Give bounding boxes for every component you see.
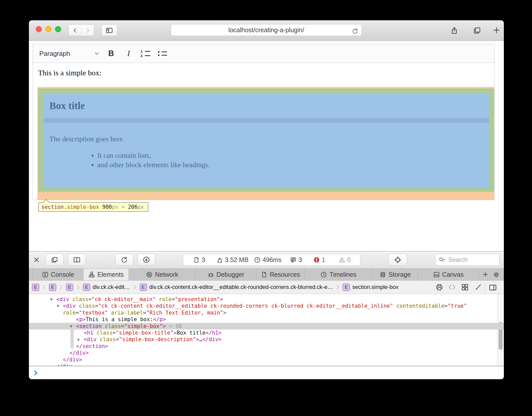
dock-to-window-button[interactable]: [46, 254, 63, 266]
tooltip-width: [99, 204, 102, 210]
sidebar-icon: [105, 27, 113, 34]
breadcrumb-node[interactable]: E: [49, 284, 56, 291]
dom-node[interactable]: <h1 class="simple-box-title">Box title</…: [29, 330, 504, 336]
code-token: "ck ck-content ck-editor__editable ck-ro…: [98, 303, 393, 309]
list-item[interactable]: It can contain lists,: [97, 151, 489, 160]
breadcrumb-separator-icon: [42, 284, 46, 290]
tab-label: Debugger: [217, 271, 244, 278]
resource-stats-bar: 3 3.52 MB 496ms 3 1: [183, 254, 360, 266]
code-token: class: [72, 296, 88, 302]
reload-button[interactable]: [352, 27, 359, 38]
code-token: role: [156, 296, 172, 302]
editor-paragraph[interactable]: This is a simple box:: [38, 68, 101, 77]
paragraph-dropdown-chevron[interactable]: [94, 44, 100, 63]
forward-button[interactable]: [81, 25, 94, 36]
tab-elements[interactable]: Elements: [83, 269, 129, 280]
element-picker-button[interactable]: [388, 254, 407, 266]
stat-errors[interactable]: 1: [313, 254, 325, 265]
list-item[interactable]: and other block elements like headings.: [97, 160, 489, 169]
paragraph-dropdown[interactable]: Paragraph: [39, 44, 70, 63]
dom-node[interactable]: ▶<div class="simple-box-description">…</…: [29, 336, 504, 343]
close-window-button[interactable]: [36, 26, 42, 32]
italic-button[interactable]: I: [127, 44, 130, 63]
minimize-window-button[interactable]: [45, 26, 51, 32]
tab-label: Storage: [388, 271, 411, 278]
breadcrumb-node[interactable]: E: [32, 284, 39, 291]
stat-load-time[interactable]: 496ms: [254, 254, 281, 265]
dom-node[interactable]: ▼<div class="ck ck-content ck-editor__ed…: [29, 303, 504, 309]
new-tab-button[interactable]: [492, 26, 501, 36]
dock-side-button[interactable]: [68, 254, 86, 266]
disclosure-triangle-icon[interactable]: ▼: [70, 323, 72, 330]
details-sidebar-button[interactable]: [489, 283, 497, 293]
download-button[interactable]: [137, 254, 155, 266]
breadcrumb-node[interactable]: E: [66, 284, 73, 291]
dom-node-selected[interactable]: ▼<section class="simple-box"> = $0: [29, 323, 504, 330]
tab-debugger[interactable]: Debugger: [196, 269, 256, 280]
dom-node[interactable]: <p>This is a simple box:</p>: [29, 316, 504, 323]
breadcrumb-node[interactable]: E div.ck.ck-edit…: [83, 284, 130, 291]
code-token: =: [95, 303, 98, 309]
print-button[interactable]: [435, 283, 443, 293]
disclosure-triangle-icon[interactable]: ▼: [57, 303, 59, 309]
inspector-settings-button[interactable]: [492, 271, 500, 280]
dom-node[interactable]: ▼<div class="ck ck-editor__main" role="p…: [29, 296, 504, 303]
editor-toolbar: Paragraph B I 12: [33, 44, 494, 63]
box-description-text[interactable]: The description goes here.: [49, 135, 489, 143]
code-token: This is a simple box:: [86, 316, 153, 322]
back-button[interactable]: [69, 25, 81, 36]
layout-grid-button[interactable]: [461, 283, 469, 293]
search-input[interactable]: [448, 254, 498, 265]
tab-resources[interactable]: Resources: [256, 269, 305, 280]
stat-value: 0: [347, 256, 351, 264]
breadcrumb-node[interactable]: E div.ck.ck-content.ck-editor__editable.…: [140, 284, 333, 291]
numbered-list-button[interactable]: 12: [140, 44, 150, 63]
sidebar-button[interactable]: [101, 25, 117, 36]
disclosure-triangle-icon[interactable]: ▶: [78, 336, 80, 343]
fullscreen-window-button[interactable]: [55, 26, 61, 32]
breadcrumb-separator-icon: [76, 284, 80, 290]
stat-transfer-size[interactable]: 3.52 MB: [216, 254, 249, 265]
crosshair-icon: [394, 256, 402, 264]
bold-button[interactable]: B: [108, 44, 114, 63]
tab-timelines[interactable]: Timelines: [305, 269, 373, 280]
box-title-heading[interactable]: Box title: [44, 100, 85, 111]
styles-brush-button[interactable]: [474, 283, 482, 293]
chevron-down-icon: [94, 50, 100, 57]
breadcrumb-actions: [435, 283, 504, 291]
dom-node[interactable]: </div: [29, 363, 504, 366]
tab-canvas[interactable]: Canvas: [418, 269, 479, 280]
bold-label: B: [108, 49, 114, 58]
close-inspector-button[interactable]: [33, 256, 40, 265]
tab-storage[interactable]: Storage: [373, 269, 418, 280]
clock-icon: [254, 256, 261, 263]
code-token: class: [105, 323, 121, 329]
stat-warnings[interactable]: 0: [339, 254, 351, 265]
share-button[interactable]: [450, 26, 458, 36]
dom-breadcrumb-bar: E E E E div.ck.ck-edit… E div.ck.ck-cont…: [29, 281, 504, 294]
element-badge: E: [49, 284, 56, 291]
new-tab-icon: [492, 26, 501, 34]
disclosure-triangle-icon[interactable]: ▼: [50, 296, 52, 303]
tab-network[interactable]: Network: [129, 269, 196, 280]
dom-node[interactable]: </div>: [29, 350, 504, 356]
stat-value: 1: [322, 256, 325, 264]
url-bar[interactable]: localhost/creating-a-plugin/: [171, 24, 362, 36]
bulleted-list-button[interactable]: [157, 44, 167, 63]
console-prompt-row[interactable]: [29, 366, 504, 379]
document-icon: [193, 256, 200, 263]
tab-overview-button[interactable]: [473, 26, 481, 36]
stat-console-messages[interactable]: 3: [290, 254, 302, 265]
code-token: <p>: [76, 316, 86, 322]
tab-console[interactable]: Console: [32, 269, 83, 280]
show-source-button[interactable]: [448, 283, 456, 293]
inspector-reload-button[interactable]: [115, 254, 133, 266]
stat-documents[interactable]: 3: [193, 254, 205, 265]
code-token: </section>: [76, 343, 108, 349]
dom-node[interactable]: role="textbox" aria-label="Rich Text Edi…: [29, 309, 504, 316]
add-tab-button[interactable]: [482, 271, 489, 279]
breadcrumb-node-selected[interactable]: E section.simple-box: [343, 284, 398, 291]
dom-node[interactable]: </div>: [29, 356, 504, 363]
code-token: = $0: [166, 323, 182, 329]
dom-node[interactable]: </section>: [29, 343, 504, 350]
